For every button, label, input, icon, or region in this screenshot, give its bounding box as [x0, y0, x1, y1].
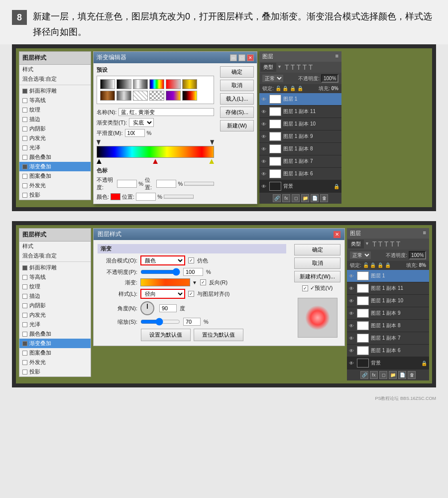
ls-confirm-btn[interactable]: 确定 [294, 244, 340, 255]
color-stop-left[interactable] [97, 159, 102, 164]
save-button[interactable]: 存储(S)... [220, 107, 254, 118]
scale-input[interactable] [183, 318, 201, 326]
reverse-cb[interactable] [200, 279, 206, 285]
b-layer-row-bg[interactable]: 👁 背景 🔒 [347, 357, 429, 370]
close-btn[interactable]: ✕ [247, 54, 254, 61]
color-stop-mid[interactable] [153, 159, 158, 164]
b-tab-layers[interactable]: 类型 [348, 240, 364, 249]
tab-layers[interactable]: 类型 [260, 63, 276, 72]
ls-item-style[interactable]: 样式 [19, 65, 91, 74]
b-ls-item-pattern[interactable]: 图案叠加 [19, 348, 91, 358]
swatch-red-trans[interactable] [166, 79, 181, 89]
delete-layer-btn[interactable]: 🗑 [320, 194, 328, 202]
scale-slider[interactable] [140, 318, 180, 326]
link-btn[interactable]: 🔗 [273, 194, 281, 202]
b-ls-item-bevel[interactable]: 斜面和浮雕 [19, 263, 91, 272]
bottom-opacity-input[interactable] [409, 251, 426, 259]
gradient-type-select[interactable]: 实底 杂色 [129, 118, 154, 127]
b-layer-row-4[interactable]: 👁 图层 1 副本 9 [347, 307, 429, 320]
b-folder-btn[interactable]: 📁 [389, 371, 397, 379]
ls-item-color-overlay[interactable]: 颜色叠加 [19, 152, 91, 162]
b-ls-item-style[interactable]: 样式 [19, 242, 91, 251]
b-ls-item-inner-glow[interactable]: 内发光 [19, 310, 91, 320]
top-layer-row-7[interactable]: 👁 图层 1 副本 6 [259, 168, 341, 180]
angle-dial[interactable] [140, 301, 154, 315]
b-fx-btn[interactable]: fx [370, 371, 378, 379]
b-ls-item-stroke[interactable]: 描边 [19, 291, 91, 301]
mask-btn[interactable]: ◻ [292, 194, 300, 202]
folder-btn[interactable]: 📁 [301, 194, 309, 202]
gradient-dropdown-arrow[interactable]: ▼ [192, 280, 197, 285]
b-ls-item-inner-shadow[interactable]: 内阴影 [19, 301, 91, 310]
minimize-btn[interactable]: ─ [230, 54, 237, 61]
smoothness-input[interactable] [125, 129, 145, 137]
swatch-rainbow[interactable] [149, 79, 164, 89]
swatch-bw[interactable] [100, 79, 115, 89]
new-layer-btn[interactable]: 📄 [311, 194, 319, 202]
b-layer-row-1[interactable]: 👁 图层 1 [347, 270, 429, 282]
stop-color-pos-input[interactable] [136, 193, 156, 201]
cancel-button-top[interactable]: 取消 [220, 80, 254, 91]
swatch-purple-gold[interactable] [166, 91, 181, 101]
ls-item-bevel[interactable]: 斜面和浮雕 [19, 86, 91, 96]
top-layer-row-6[interactable]: 👁 图层 1 副本 7 [259, 155, 341, 168]
blend-mode-select[interactable]: 颜色 正常 叠加 [140, 255, 185, 265]
b-mask-btn[interactable]: ◻ [379, 371, 387, 379]
new-button[interactable]: 新建(W) [220, 120, 254, 131]
b-link-btn[interactable]: 🔗 [360, 371, 368, 379]
opacity-stop-left[interactable] [97, 140, 101, 145]
opacity-stop-right[interactable] [210, 140, 214, 145]
preview-cb[interactable] [302, 285, 308, 291]
swatch-chrome[interactable] [133, 79, 148, 89]
top-opacity-input[interactable] [321, 74, 338, 83]
top-layer-row-1[interactable]: 👁 图层 1 [259, 93, 341, 106]
swatch-checkers[interactable] [149, 91, 164, 101]
ls-item-stroke[interactable]: 描边 [19, 115, 91, 124]
b-delete-layer-btn[interactable]: 🗑 [408, 371, 416, 379]
b-ls-item-contour[interactable]: 等高线 [19, 272, 91, 282]
fake-color-cb[interactable] [188, 257, 194, 263]
ls-item-outer-glow[interactable]: 外发光 [19, 181, 91, 190]
swatch-copper[interactable] [100, 91, 115, 101]
top-layer-row-4[interactable]: 👁 图层 1 副本 9 [259, 130, 341, 143]
swatch-diagonal[interactable] [133, 91, 148, 101]
b-layer-row-7[interactable]: 👁 图层 1 副本 6 [347, 345, 429, 357]
confirm-button-top[interactable]: 确定 [220, 66, 254, 78]
b-layer-row-3[interactable]: 👁 图层 1 副本 10 [347, 295, 429, 307]
reset-default-btn[interactable]: 置位为默认值 [194, 329, 243, 341]
opacity-value-input[interactable] [183, 268, 203, 276]
delete-btn-color[interactable] [164, 195, 194, 199]
ls-close-btn[interactable]: ✕ [334, 231, 340, 238]
angle-input[interactable] [159, 304, 177, 312]
b-layer-row-6[interactable]: 👁 图层 1 副本 7 [347, 332, 429, 345]
stop-opacity-input[interactable] [117, 180, 137, 188]
bottom-blend-mode-select[interactable]: 正常 [350, 251, 371, 259]
color-stop-right[interactable] [209, 159, 214, 164]
gradient-name-input[interactable] [118, 108, 214, 116]
ls-cancel-btn[interactable]: 取消 [294, 257, 340, 269]
ls-item-satin[interactable]: 光泽 [19, 143, 91, 152]
color-swatch[interactable] [111, 193, 120, 200]
top-layer-row-5[interactable]: 👁 图层 1 副本 8 [259, 143, 341, 155]
set-default-btn[interactable]: 设置为默认值 [141, 329, 191, 341]
ls-item-texture[interactable]: 纹理 [19, 105, 91, 115]
ls-item-pattern[interactable]: 图案叠加 [19, 171, 91, 181]
top-layer-row-bg[interactable]: 👁 背景 🔒 [259, 180, 341, 193]
b-ls-item-drop-shadow[interactable]: 投影 [19, 367, 91, 376]
opacity-slider[interactable] [140, 268, 180, 276]
ls-new-style-btn[interactable]: 新建样式(W)... [294, 271, 340, 282]
ls-item-drop-shadow[interactable]: 投影 [19, 190, 91, 200]
b-ls-item-color-overlay[interactable]: 颜色叠加 [19, 329, 91, 339]
maximize-btn[interactable]: □ [238, 54, 245, 61]
swatch-transparent[interactable] [116, 79, 131, 89]
b-ls-item-gradient-overlay[interactable]: 渐变叠加 [19, 339, 91, 348]
top-layer-row-2[interactable]: 👁 图层 1 副本 11 [259, 106, 341, 118]
stop-opacity-pos-input[interactable] [156, 180, 176, 188]
b-ls-item-texture[interactable]: 纹理 [19, 282, 91, 291]
b-ls-item-blend[interactable]: 混合选项:自定 [19, 251, 91, 260]
ls-item-contour[interactable]: 等高线 [19, 96, 91, 105]
ls-item-gradient-overlay[interactable]: 渐变叠加 [19, 162, 91, 171]
align-cb[interactable] [188, 291, 194, 297]
b-ls-item-outer-glow[interactable]: 外发光 [19, 358, 91, 367]
fx-btn[interactable]: fx [282, 194, 290, 202]
